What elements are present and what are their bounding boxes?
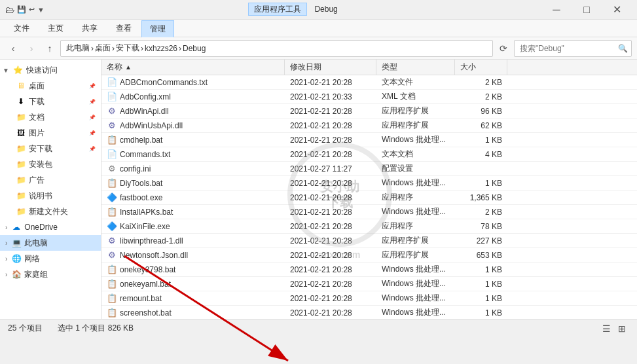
back-button[interactable]: ‹	[5, 41, 21, 56]
file-icon: ⚙	[107, 164, 117, 174]
sidebar-network[interactable]: › 🌐 网络	[0, 251, 101, 266]
dropdown-arrow-icon[interactable]: ▼	[37, 6, 45, 14]
details-view-button[interactable]: ☰	[599, 321, 613, 336]
sidebar-item-docs[interactable]: 📁 文档 📌	[0, 109, 101, 125]
file-icon: ⚙	[107, 236, 117, 246]
file-type: 文本文档	[376, 149, 455, 160]
col-header-name[interactable]: 名称 ▲	[101, 60, 285, 75]
sidebar-andownload-label: 安下载	[29, 143, 85, 155]
quick-save-icon[interactable]: 💾	[17, 5, 26, 14]
file-type: 应用程序	[376, 221, 455, 232]
table-row[interactable]: 🔷 fastboot.exe 2021-02-21 20:28 应用程序 1,3…	[101, 191, 637, 205]
file-name: AdbWinApi.dll	[120, 107, 169, 116]
sidebar-quickaccess-header[interactable]: ▼ ⭐ 快速访问	[0, 62, 101, 78]
file-size: 2 KB	[455, 208, 507, 217]
col-header-size[interactable]: 大小	[455, 60, 507, 75]
table-row[interactable]: 📋 onekeyaml.bat 2021-02-21 20:28 Windows…	[101, 277, 637, 291]
pin-icon: 📌	[89, 83, 96, 89]
sidebar-homegroup-label: 家庭组	[24, 269, 96, 280]
sidebar-onedrive[interactable]: › ☁ OneDrive	[0, 219, 101, 235]
file-type: Windows 批处理...	[376, 278, 455, 289]
file-type: 应用程序扩展	[376, 120, 455, 131]
file-size: 62 KB	[455, 121, 507, 130]
path-andownload: 安下载	[116, 43, 139, 54]
tab-home[interactable]: 主页	[39, 20, 72, 37]
table-row[interactable]: ⚙ config.ini 2021-02-27 11:27 配置设置	[101, 162, 637, 176]
sidebar-item-manual[interactable]: 📁 说明书	[0, 188, 101, 204]
file-name: config.ini	[120, 164, 151, 173]
status-item-count: 25 个项目 选中 1 个项目 826 KB	[8, 323, 134, 334]
window-controls[interactable]: ─ □ ✕	[541, 0, 632, 20]
minimize-button[interactable]: ─	[541, 0, 572, 20]
file-list: 📄 ADBCmonCommands.txt 2021-02-21 20:28 文…	[101, 75, 637, 319]
maximize-button[interactable]: □	[572, 0, 602, 20]
tab-file[interactable]: 文件	[5, 20, 38, 37]
col-size-label: 大小	[460, 62, 476, 73]
table-row[interactable]: ⚙ libwinpthread-1.dll 2021-02-21 20:28 应…	[101, 234, 637, 248]
onedrive-icon: ☁	[11, 222, 22, 232]
sort-arrow-icon: ▲	[125, 64, 132, 71]
item-count-text: 25 个项目	[8, 323, 43, 333]
file-name: onekeyaml.bat	[120, 280, 171, 289]
file-name: onekey3798.bat	[120, 265, 175, 274]
sidebar-item-pics[interactable]: 🖼 图片 📌	[0, 125, 101, 141]
file-size: 4 KB	[455, 150, 507, 159]
sidebar-homegroup[interactable]: › 🏠 家庭组	[0, 266, 101, 282]
col-header-date[interactable]: 修改日期	[285, 60, 376, 75]
system-menu-icon[interactable]: 🗁	[5, 5, 14, 15]
table-row[interactable]: 📋 onekey3798.bat 2021-02-21 20:28 Window…	[101, 263, 637, 277]
table-row[interactable]: 📋 InstallAPKs.bat 2021-02-21 20:28 Windo…	[101, 205, 637, 219]
sidebar-item-newfolder[interactable]: 📁 新建文件夹	[0, 204, 101, 219]
table-row[interactable]: 📋 screenshot.bat 2021-02-21 20:28 Window…	[101, 306, 637, 319]
col-name-label: 名称	[107, 62, 122, 73]
pin-icon-dl: 📌	[89, 99, 96, 105]
table-row[interactable]: 📋 remount.bat 2021-02-21 20:28 Windows 批…	[101, 291, 637, 306]
file-size: 78 KB	[455, 222, 507, 231]
network-icon: 🌐	[11, 253, 22, 264]
table-row[interactable]: ⚙ AdbWinApi.dll 2021-02-21 20:28 应用程序扩展 …	[101, 104, 637, 118]
table-row[interactable]: 🔷 KaiXinFile.exe 2021-02-21 20:28 应用程序 7…	[101, 219, 637, 234]
file-list-header: 名称 ▲ 修改日期 类型 大小	[101, 60, 637, 75]
close-button[interactable]: ✕	[602, 0, 632, 20]
ribbon: 文件 主页 共享 查看 管理	[0, 20, 637, 37]
quick-undo-icon[interactable]: ↩	[29, 5, 35, 14]
table-row[interactable]: ⚙ AdbWinUsbApi.dll 2021-02-21 20:28 应用程序…	[101, 118, 637, 133]
sidebar-thispc[interactable]: › 💻 此电脑	[0, 235, 101, 251]
file-type: Windows 批处理...	[376, 177, 455, 189]
refresh-button[interactable]: ⟳	[496, 41, 511, 56]
main-layout: ▼ ⭐ 快速访问 🖥 桌面 📌 ⬇ 下载 📌 📁 文档 📌 🖼 图片 📌 📁 安…	[0, 60, 637, 319]
file-date: 2021-02-21 20:28	[285, 265, 376, 274]
sidebar-item-download[interactable]: ⬇ 下载 📌	[0, 94, 101, 109]
file-icon: 📋	[107, 135, 117, 145]
file-icon: 🔷	[107, 192, 117, 203]
file-icon: 📋	[107, 264, 117, 275]
file-size: 1 KB	[455, 265, 507, 274]
sidebar-item-andownload[interactable]: 📁 安下载 📌	[0, 141, 101, 156]
sidebar-item-installer[interactable]: 📁 安装包	[0, 156, 101, 172]
sidebar-item-desktop[interactable]: 🖥 桌面 📌	[0, 78, 101, 94]
table-row[interactable]: 📄 ADBCmonCommands.txt 2021-02-21 20:28 文…	[101, 75, 637, 90]
file-name: fastboot.exe	[120, 193, 162, 202]
col-header-type[interactable]: 类型	[376, 60, 455, 75]
file-name: Newtonsoft.Json.dll	[120, 251, 188, 260]
table-row[interactable]: 📄 AdbConfig.xml 2021-02-21 20:33 XML 文档 …	[101, 90, 637, 104]
tab-manage[interactable]: 管理	[141, 20, 174, 37]
large-icons-view-button[interactable]: ⊞	[615, 321, 629, 336]
file-name: Commands.txt	[120, 150, 170, 159]
tab-view[interactable]: 查看	[107, 20, 140, 37]
tab-share[interactable]: 共享	[73, 20, 106, 37]
address-path[interactable]: 此电脑 › 桌面 › 安下载 › kxhzzs26 › Debug	[60, 40, 493, 57]
file-name: libwinpthread-1.dll	[120, 236, 183, 246]
table-row[interactable]: 📄 Commands.txt 2021-02-21 20:28 文本文档 4 K…	[101, 147, 637, 162]
up-button[interactable]: ↑	[42, 41, 58, 56]
table-row[interactable]: 📋 cmdhelp.bat 2021-02-21 20:28 Windows 批…	[101, 133, 637, 147]
sidebar-item-ad[interactable]: 📁 广告	[0, 172, 101, 188]
search-input[interactable]	[514, 40, 632, 57]
table-row[interactable]: 📋 DiyTools.bat 2021-02-21 20:28 Windows …	[101, 176, 637, 191]
search-icon: 🔍	[618, 44, 628, 53]
table-row[interactable]: ⚙ Newtonsoft.Json.dll 2021-02-21 20:28 应…	[101, 248, 637, 263]
forward-button[interactable]: ›	[24, 41, 39, 56]
sidebar-newfolder-label: 新建文件夹	[29, 206, 96, 217]
file-icon: 📄	[107, 92, 117, 102]
installer-icon: 📁	[16, 159, 26, 170]
